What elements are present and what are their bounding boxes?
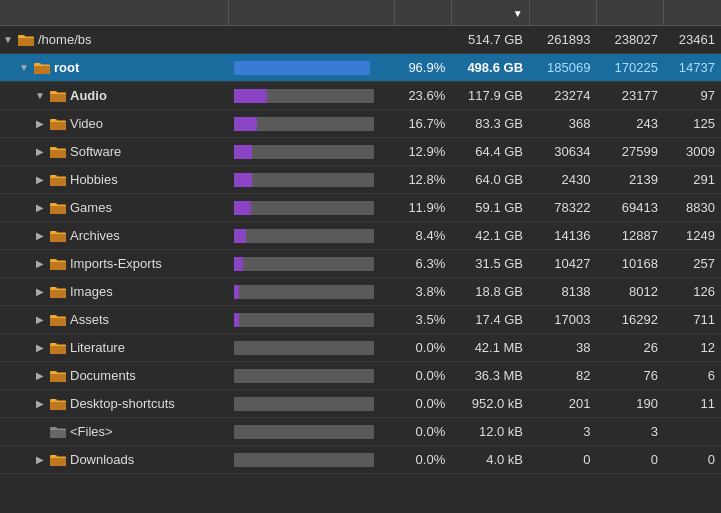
subdirs-cell: 8830 — [664, 194, 721, 222]
expand-arrow[interactable]: ▶ — [34, 286, 46, 298]
folder-icon — [49, 425, 67, 439]
expand-arrow[interactable]: ▶ — [34, 202, 46, 214]
pct-cell: 96.9% — [394, 54, 451, 82]
table-row[interactable]: ▶ Documents0.0%36.3 MB82766 — [0, 362, 721, 390]
bar-background — [234, 453, 374, 467]
size-cell: 498.6 GB — [451, 54, 529, 82]
bar-container — [234, 451, 388, 469]
file-tree-table: ▼ ▼ /home/bs514.7 GB26189323802723461▼ r… — [0, 0, 721, 474]
bar-container — [234, 199, 388, 217]
subdirs-cell: 12 — [664, 334, 721, 362]
expand-arrow[interactable]: ▼ — [34, 90, 46, 102]
size-cell: 952.0 kB — [451, 390, 529, 418]
items-cell: 17003 — [529, 306, 596, 334]
table-row[interactable]: ▶ Video16.7%83.3 GB368243125 — [0, 110, 721, 138]
bar-container — [234, 115, 388, 133]
size-cell: 117.9 GB — [451, 82, 529, 110]
col-header-name[interactable] — [0, 0, 228, 26]
subtree-bar-cell — [228, 194, 394, 222]
name-cell-wrapper: ▶ Images — [34, 284, 222, 299]
bar-background — [234, 173, 374, 187]
items-cell: 201 — [529, 390, 596, 418]
name-cell-wrapper: ▶ Software — [34, 144, 222, 159]
bar-fill — [234, 229, 246, 243]
expand-arrow[interactable]: ▼ — [18, 62, 30, 74]
expand-arrow[interactable]: ▶ — [34, 398, 46, 410]
bar-background — [234, 145, 374, 159]
expand-arrow[interactable]: ▶ — [34, 314, 46, 326]
size-cell: 17.4 GB — [451, 306, 529, 334]
bar-background — [234, 341, 374, 355]
subdirs-cell: 97 — [664, 82, 721, 110]
row-name-label: Literature — [70, 340, 125, 355]
bar-fill — [234, 89, 267, 103]
folder-icon — [49, 145, 67, 159]
name-cell-wrapper: ▶ Archives — [34, 228, 222, 243]
bar-background — [234, 285, 374, 299]
size-cell: 12.0 kB — [451, 418, 529, 446]
expand-arrow[interactable]: ▶ — [34, 342, 46, 354]
size-cell: 59.1 GB — [451, 194, 529, 222]
table-row[interactable]: ▶ Downloads0.0%4.0 kB000 — [0, 446, 721, 474]
bar-container — [234, 143, 388, 161]
subtree-bar-cell — [228, 82, 394, 110]
expand-arrow[interactable]: ▶ — [34, 258, 46, 270]
table-row[interactable]: ▶ Literature0.0%42.1 MB382612 — [0, 334, 721, 362]
expand-arrow[interactable]: ▶ — [34, 118, 46, 130]
name-cell-wrapper: ▶ Literature — [34, 340, 222, 355]
files-cell: 16292 — [596, 306, 663, 334]
folder-icon — [17, 33, 35, 47]
row-name-label: root — [54, 60, 79, 75]
expand-arrow[interactable] — [34, 426, 46, 438]
table-row[interactable]: ▶ Hobbies12.8%64.0 GB24302139291 — [0, 166, 721, 194]
subdirs-cell: 0 — [664, 446, 721, 474]
row-name-label: Assets — [70, 312, 109, 327]
pct-cell: 11.9% — [394, 194, 451, 222]
expand-arrow[interactable]: ▶ — [34, 174, 46, 186]
files-cell: 2139 — [596, 166, 663, 194]
row-name-label: Images — [70, 284, 113, 299]
table-row[interactable]: ▶ Desktop-shortcuts0.0%952.0 kB20119011 — [0, 390, 721, 418]
name-cell-wrapper: ▶ Hobbies — [34, 172, 222, 187]
bar-container — [234, 87, 388, 105]
files-cell: 27599 — [596, 138, 663, 166]
expand-arrow[interactable]: ▶ — [34, 454, 46, 466]
pct-cell: 6.3% — [394, 250, 451, 278]
subtree-bar-cell — [228, 446, 394, 474]
pct-cell: 8.4% — [394, 222, 451, 250]
subdirs-cell: 257 — [664, 250, 721, 278]
table-row[interactable]: ▶ Software12.9%64.4 GB30634275993009 — [0, 138, 721, 166]
expand-arrow[interactable]: ▶ — [34, 146, 46, 158]
bar-fill — [234, 257, 243, 271]
items-cell: 78322 — [529, 194, 596, 222]
table-row[interactable]: ▼ Audio23.6%117.9 GB232742317797 — [0, 82, 721, 110]
sort-indicator: ▼ — [513, 8, 523, 19]
folder-icon — [49, 229, 67, 243]
expand-arrow[interactable]: ▶ — [34, 370, 46, 382]
table-row[interactable]: ▶ Games11.9%59.1 GB78322694138830 — [0, 194, 721, 222]
bar-container — [234, 311, 388, 329]
table-row[interactable]: ▶ Archives8.4%42.1 GB14136128871249 — [0, 222, 721, 250]
table-row[interactable]: ▼ /home/bs514.7 GB26189323802723461 — [0, 26, 721, 54]
files-cell: 0 — [596, 446, 663, 474]
table-row[interactable]: ▼ root96.9%498.6 GB18506917022514737 — [0, 54, 721, 82]
items-cell: 38 — [529, 334, 596, 362]
table-row[interactable]: ▶ Images3.8%18.8 GB81388012126 — [0, 278, 721, 306]
name-cell-wrapper: ▶ Downloads — [34, 452, 222, 467]
pct-cell: 0.0% — [394, 390, 451, 418]
name-cell-wrapper: ▶ Games — [34, 200, 222, 215]
name-cell-wrapper: ▶ Imports-Exports — [34, 256, 222, 271]
row-name-label: Desktop-shortcuts — [70, 396, 175, 411]
table-row[interactable]: ▶ Imports-Exports6.3%31.5 GB104271016825… — [0, 250, 721, 278]
table-row[interactable]: <Files>0.0%12.0 kB33 — [0, 418, 721, 446]
col-header-size[interactable]: ▼ — [451, 0, 529, 26]
size-cell: 31.5 GB — [451, 250, 529, 278]
name-cell-wrapper: ▼ /home/bs — [2, 32, 222, 47]
files-cell: 243 — [596, 110, 663, 138]
expand-arrow[interactable]: ▼ — [2, 34, 14, 46]
table-row[interactable]: ▶ Assets3.5%17.4 GB1700316292711 — [0, 306, 721, 334]
folder-icon — [49, 369, 67, 383]
expand-arrow[interactable]: ▶ — [34, 230, 46, 242]
pct-cell: 12.8% — [394, 166, 451, 194]
subtree-bar-cell — [228, 138, 394, 166]
